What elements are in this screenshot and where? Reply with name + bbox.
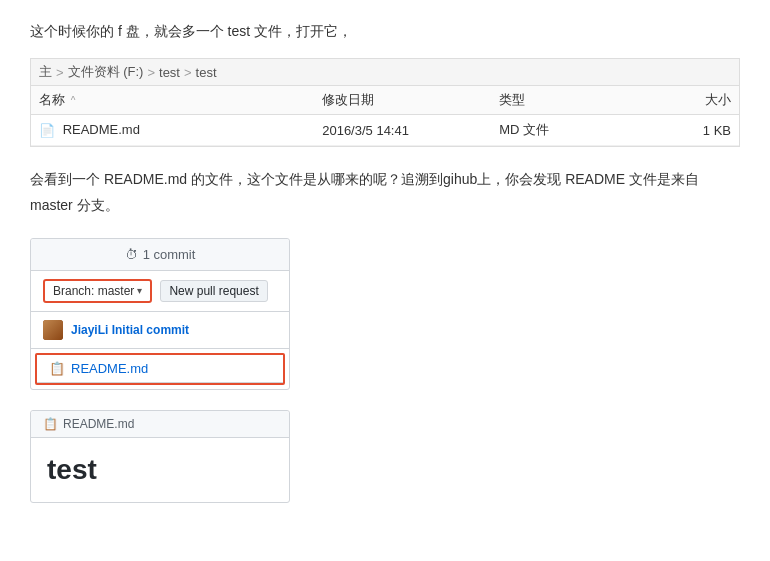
readme-header: 📋 README.md	[31, 411, 289, 438]
avatar	[43, 320, 63, 340]
breadcrumb-sep3: >	[184, 65, 192, 80]
file-md-icon: 📋	[49, 361, 65, 376]
commit-icon: ⏱	[125, 247, 138, 262]
readme-section: 📋 README.md test	[30, 410, 290, 503]
file-row-highlighted-container: 📋 README.md	[35, 353, 285, 385]
branch-label: Branch: master	[53, 284, 134, 298]
breadcrumb: 主 > 文件资料 (F:) > test > test	[31, 59, 739, 86]
col-header-size[interactable]: 大小	[633, 86, 739, 115]
new-pull-request-button[interactable]: New pull request	[160, 280, 267, 302]
intro-text: 这个时候你的 f 盘，就会多一个 test 文件，打开它，	[30, 20, 740, 42]
caret-icon: ▾	[137, 285, 142, 296]
readme-content: test	[31, 438, 289, 502]
panel-toolbar: Branch: master ▾ New pull request	[31, 271, 289, 312]
avatar-img	[43, 320, 63, 340]
col-header-date[interactable]: 修改日期	[314, 86, 491, 115]
description-text: 会看到一个 README.md 的文件，这个文件是从哪来的呢？追溯到gihub上…	[30, 167, 740, 217]
breadcrumb-drive[interactable]: 文件资料 (F:)	[68, 63, 144, 81]
breadcrumb-folder2[interactable]: test	[196, 65, 217, 80]
commit-author[interactable]: JiayiLi	[71, 323, 108, 337]
file-row-readme[interactable]: 📋 README.md	[37, 355, 283, 383]
sort-icon: ^	[71, 95, 76, 106]
file-type: MD 文件	[491, 115, 633, 146]
readme-file-icon: 📋	[43, 417, 58, 431]
file-doc-icon: 📄	[39, 123, 55, 139]
col-header-name[interactable]: 名称 ^	[31, 86, 314, 115]
breadcrumb-sep1: >	[56, 65, 64, 80]
file-date: 2016/3/5 14:41	[314, 115, 491, 146]
commit-message: JiayiLi Initial commit	[71, 323, 189, 337]
col-header-type[interactable]: 类型	[491, 86, 633, 115]
branch-selector-button[interactable]: Branch: master ▾	[43, 279, 152, 303]
commit-msg-text: Initial commit	[112, 323, 189, 337]
breadcrumb-folder1[interactable]: test	[159, 65, 180, 80]
readme-title: test	[47, 454, 273, 486]
file-name[interactable]: README.md	[63, 122, 140, 137]
file-explorer: 主 > 文件资料 (F:) > test > test 名称 ^ 修改日期 类型…	[30, 58, 740, 147]
file-name-cell: 📄 README.md	[31, 115, 314, 146]
breadcrumb-home: 主	[39, 63, 52, 81]
commit-count-header: ⏱ 1 commit	[31, 239, 289, 271]
breadcrumb-sep2: >	[147, 65, 155, 80]
file-table: 名称 ^ 修改日期 类型 大小 📄 README.md 2016/3/5 14:…	[31, 86, 739, 146]
file-row-readme-name[interactable]: README.md	[71, 361, 148, 376]
github-panel: ⏱ 1 commit Branch: master ▾ New pull req…	[30, 238, 290, 390]
file-size: 1 KB	[633, 115, 739, 146]
readme-filename: README.md	[63, 417, 134, 431]
commit-count-label: 1 commit	[143, 247, 196, 262]
table-row[interactable]: 📄 README.md 2016/3/5 14:41 MD 文件 1 KB	[31, 115, 739, 146]
commit-row: JiayiLi Initial commit	[31, 312, 289, 349]
